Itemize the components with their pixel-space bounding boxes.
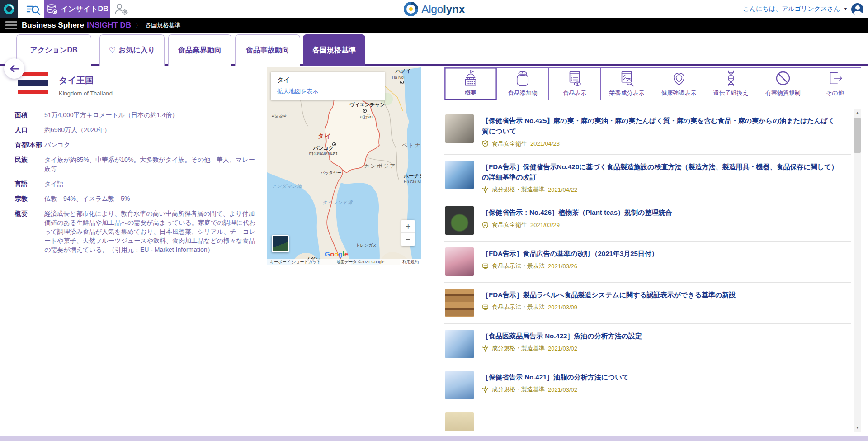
- category-gmo[interactable]: 遺伝子組換え: [705, 68, 757, 100]
- insight-db-label: インサイトDB: [61, 5, 108, 14]
- display-icon: [482, 304, 489, 311]
- category-hazardous-substances[interactable]: 有害物質規制: [757, 68, 809, 100]
- field-religion: 宗教仏教 94%、イスラム教 5%: [15, 194, 259, 203]
- back-button[interactable]: [4, 58, 24, 79]
- news-title[interactable]: ［保健省告示：No.426］植物茶（Plant teas）規制の整理統合: [482, 207, 672, 218]
- government-building-icon: [461, 68, 480, 88]
- algolynx-swirl-icon: [403, 1, 419, 17]
- thailand-map[interactable]: ハノイ Hà Nội ヴィエンチャン ວຽງຈັນ タイ バンコク กรุงเท…: [267, 67, 421, 265]
- map-label-hanoi-en: Hà Nội: [392, 75, 405, 80]
- user-greeting[interactable]: こんにちは、アルゴリンクスさん: [743, 5, 840, 13]
- map-terms-link[interactable]: 利用規約: [400, 259, 421, 265]
- news-list: 【保健省告示 No.425】麻の実・麻の実油・麻の実たんぱく質・麻の実を含む食品…: [444, 109, 851, 431]
- news-item[interactable]: 【保健省告示 No.425】麻の実・麻の実油・麻の実たんぱく質・麻の実を含む食品…: [444, 109, 851, 155]
- news-title[interactable]: ［FDA告示］製品ラベルへ食品製造システムに関する認証表示ができる基準の新設: [482, 289, 736, 300]
- map-enlarge-link[interactable]: 拡大地図を表示: [277, 87, 378, 95]
- category-food-labeling[interactable]: 食品表示: [549, 68, 601, 100]
- map-label-vientiane: ヴィエンチャン: [349, 102, 385, 108]
- heart-icon: ♡: [109, 46, 116, 55]
- map-label-vietnam: ベトナム: [402, 142, 421, 148]
- news-meta: 食品表示法・景表法 2021/03/26: [482, 262, 658, 270]
- news-item[interactable]: ［FDA告示］食品広告の基準の改訂（2021年3月25日付）: [444, 242, 851, 283]
- tab-food-incident-trends[interactable]: 食品事故動向: [235, 34, 300, 66]
- tag-icon: [482, 345, 489, 352]
- category-nutrition-labeling[interactable]: 栄養成分表示: [601, 68, 653, 100]
- map-satellite-toggle[interactable]: [272, 235, 289, 252]
- scroll-down-button[interactable]: ▼: [854, 424, 861, 432]
- tab-favorites[interactable]: ♡ お気に入り: [99, 34, 165, 66]
- additive-canister-icon: [513, 68, 532, 88]
- hamburger-menu-icon[interactable]: [5, 21, 17, 29]
- news-title[interactable]: ［FDA告示］食品広告の基準の改訂（2021年3月25日付）: [482, 248, 658, 259]
- map-zoom-in-button[interactable]: ＋: [401, 220, 415, 233]
- map-label-thailand: タイ: [318, 133, 333, 139]
- user-menu-caret-icon[interactable]: ▼: [844, 7, 848, 11]
- news-item[interactable]: ［FDA告示］保健省告示No.420に基づく食品製造施設の検査方法（製造方法、製…: [444, 155, 851, 201]
- database-icon: [47, 4, 58, 14]
- news-meta: 成分規格・製造基準 2021/03/02: [482, 385, 629, 394]
- insight-db-nav-tab[interactable]: インサイトDB: [44, 0, 110, 18]
- scrollbar-thumb[interactable]: [854, 118, 861, 153]
- app-logo-icon[interactable]: [0, 0, 18, 18]
- news-tag: 成分規格・製造基準: [492, 344, 545, 352]
- shield-check-icon: [482, 222, 489, 228]
- search-icon[interactable]: [26, 3, 41, 15]
- tab-country-standards[interactable]: 各国規格基準: [303, 34, 365, 66]
- section-tabs: アクションDB ♡ お気に入り 食品業界動向 食品事故動向 各国規格基準: [0, 33, 868, 66]
- news-title[interactable]: ［保健省告示 No.421］油脂の分析方法について: [482, 372, 629, 382]
- category-toolbar: 概要 食品添加物 食品表示: [444, 67, 861, 100]
- brand-wordmark: Algolynx: [421, 3, 465, 16]
- news-item[interactable]: ［保健省告示 No.421］油脂の分析方法について: [444, 365, 851, 406]
- brand-logo: Algolynx: [403, 0, 465, 18]
- map-zoom-out-button[interactable]: −: [401, 233, 415, 246]
- scroll-up-button[interactable]: ▲: [854, 109, 861, 117]
- double-heart-icon: [670, 68, 689, 88]
- category-other[interactable]: その他: [809, 68, 861, 100]
- news-item[interactable]: ［FDA告示］製品ラベルへ食品製造システムに関する認証表示ができる基準の新設: [444, 283, 851, 324]
- main-content: タイ王国 Kingdom of Thailand 面積51万4,000平方キロメ…: [0, 66, 868, 436]
- category-food-additives[interactable]: 食品添加物: [497, 68, 549, 100]
- field-population: 人口約6980万人（2020年）: [15, 125, 259, 134]
- tab-action-db[interactable]: アクションDB: [16, 34, 91, 66]
- checklist-magnifier-icon: [617, 68, 636, 88]
- map-label-hanoi: ハノイ: [395, 68, 411, 74]
- news-thumbnail: [445, 412, 474, 431]
- user-settings-icon[interactable]: [114, 3, 128, 15]
- user-avatar[interactable]: [851, 3, 863, 15]
- map-shortcuts-link[interactable]: キーボード ショートカット: [270, 259, 321, 265]
- tab-favorites-label: お気に入り: [118, 46, 155, 55]
- news-tag: 成分規格・製造基準: [492, 385, 545, 394]
- category-label: 食品表示: [563, 89, 586, 97]
- news-title[interactable]: ［食品医薬品局告示 No.422］魚油の分析方法の設定: [482, 331, 642, 341]
- news-item[interactable]: ［保健省告示：No.426］植物茶（Plant teas）規制の整理統合: [444, 200, 851, 242]
- category-label: その他: [826, 89, 844, 97]
- display-icon: [482, 263, 489, 270]
- news-date: 2021/03/29: [530, 222, 560, 228]
- news-date: 2021/03/02: [548, 386, 577, 393]
- map-label-pattaya: パッタヤー: [320, 171, 341, 175]
- category-health-claims[interactable]: 健康強調表示: [653, 68, 705, 100]
- prohibition-icon: [774, 68, 793, 88]
- app-name-accent: INSIGHT DB: [87, 21, 131, 30]
- news-tag: 成分規格・製造基準: [492, 185, 545, 194]
- tab-food-industry-trends[interactable]: 食品業界動向: [168, 34, 231, 66]
- country-name-en: Kingdom of Thailand: [59, 90, 113, 97]
- news-item[interactable]: ［食品医薬品局告示 No.422］魚油の分析方法の設定: [444, 324, 851, 365]
- news-title[interactable]: 【保健省告示 No.425】麻の実・麻の実油・麻の実たんぱく質・麻の実を含む食品…: [482, 115, 839, 137]
- label-document-eye-icon: [565, 68, 584, 88]
- news-meta: 食品表示法・景表法 2021/03/09: [482, 303, 736, 311]
- map-label-naypyidaw: ေနပြည်တော်: [267, 114, 286, 118]
- category-overview[interactable]: 概要: [445, 68, 497, 100]
- news-tag: 食品安全衛生: [492, 221, 527, 229]
- news-tag: 食品安全衛生: [492, 140, 527, 148]
- tag-icon: [482, 304, 489, 311]
- breadcrumb-bar: Business Sphere INSIGHT DB 〉 各国規格基準: [0, 18, 868, 33]
- news-tag: 食品表示法・景表法: [492, 262, 545, 270]
- news-item[interactable]: [444, 406, 851, 431]
- news-thumbnail: [445, 247, 474, 276]
- news-tag: 食品表示法・景表法: [492, 303, 545, 311]
- export-box-icon: [826, 68, 844, 88]
- map-label-vientiane-lo: ວຽງຈັນ: [360, 114, 373, 119]
- news-scrollbar[interactable]: ▲ ▼: [854, 109, 861, 432]
- news-title[interactable]: ［FDA告示］保健省告示No.420に基づく食品製造施設の検査方法（製造方法、製…: [482, 161, 839, 183]
